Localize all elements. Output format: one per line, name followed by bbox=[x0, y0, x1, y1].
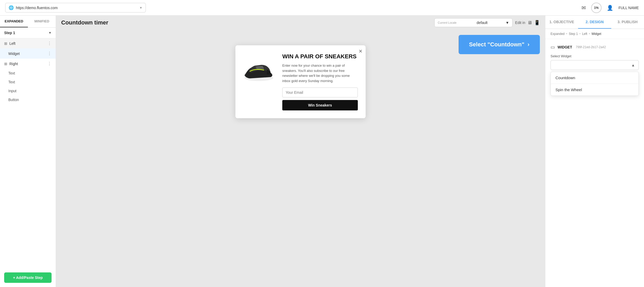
desktop-icon[interactable]: 🖥 bbox=[527, 20, 532, 26]
locale-label: Current Locale bbox=[438, 21, 457, 24]
locale-area: Current Locale default ▼ Edit in 🖥 📱 bbox=[434, 18, 540, 27]
sidebar-item-left[interactable]: ⊞ Left ⋮ bbox=[0, 38, 56, 48]
select-countdown-arrow-icon: › bbox=[528, 41, 529, 48]
widget-dropdown-chevron-icon: ▲ bbox=[631, 63, 635, 67]
locale-value: default bbox=[477, 21, 487, 25]
page-title: Countdown timer bbox=[61, 19, 108, 26]
widget-label: Widget bbox=[8, 52, 20, 56]
widget-dropdown-menu: Countdown Spin the Wheel bbox=[551, 72, 639, 96]
mail-icon[interactable]: ✉ bbox=[582, 5, 586, 11]
right-menu-icon[interactable]: ⋮ bbox=[47, 61, 52, 66]
step-label: Step 1 bbox=[4, 31, 15, 35]
sidebar-item-widget[interactable]: Widget ⋮ bbox=[0, 48, 56, 59]
tab-minified[interactable]: MINIFIED bbox=[28, 16, 56, 27]
top-bar-right: ✉ 1% 👤 FULL NAME bbox=[582, 3, 639, 13]
popup-win-button[interactable]: Win Sneakers bbox=[282, 100, 358, 110]
sidebar-item-right[interactable]: ⊞ Right ⋮ bbox=[0, 59, 56, 69]
dropdown-item-countdown[interactable]: Countdown bbox=[551, 72, 639, 84]
tab-objective[interactable]: 1. OBJECTIVE bbox=[545, 16, 578, 29]
breadcrumb-step: Step 1 bbox=[569, 32, 578, 36]
top-bar-left: 🌐 ▼ bbox=[5, 3, 146, 13]
shoe-illustration bbox=[242, 53, 276, 84]
select-countdown-button[interactable]: Select "Countdown" › bbox=[459, 35, 540, 54]
right-grid-icon: ⊞ bbox=[4, 62, 7, 66]
select-countdown-label: Select "Countdown" bbox=[469, 41, 524, 48]
step-chevron-icon: ▼ bbox=[48, 31, 52, 35]
popup-title: WIN A PAIR OF SNEAKERS bbox=[282, 53, 358, 60]
percent-badge: 1% bbox=[591, 3, 602, 13]
tab-design[interactable]: 2. DESIGN bbox=[578, 16, 611, 29]
canvas-area: Countdown timer Current Locale default ▼… bbox=[56, 16, 545, 287]
sidebar-item-input[interactable]: Input bbox=[0, 86, 56, 95]
locale-select[interactable]: Current Locale default ▼ bbox=[434, 18, 512, 27]
breadcrumb-widget: Widget bbox=[591, 32, 601, 36]
widget-menu-icon[interactable]: ⋮ bbox=[47, 51, 52, 56]
breadcrumb: Expanded • Step 1 • Left • Widget bbox=[545, 29, 644, 39]
popup-close-icon[interactable]: ✕ bbox=[359, 48, 362, 54]
globe-icon: 🌐 bbox=[9, 5, 14, 10]
url-chevron-icon: ▼ bbox=[139, 6, 142, 10]
sidebar-item-text1[interactable]: Text bbox=[0, 69, 56, 78]
select-widget-label: Select Widget bbox=[551, 54, 639, 58]
breadcrumb-left: Left bbox=[582, 32, 587, 36]
user-icon: 👤 bbox=[607, 5, 613, 11]
dropdown-item-spin[interactable]: Spin the Wheel bbox=[551, 84, 639, 96]
tab-expanded[interactable]: EXPANDED bbox=[0, 16, 28, 27]
popup-content: WIN A PAIR OF SNEAKERS Enter now for you… bbox=[282, 53, 358, 110]
url-input[interactable] bbox=[16, 6, 137, 10]
right-label: Right bbox=[9, 62, 18, 66]
add-step-button[interactable]: + Add/Paste Step bbox=[4, 272, 52, 283]
url-bar[interactable]: 🌐 ▼ bbox=[5, 3, 146, 13]
widget-dropdown-container: ▲ Countdown Spin the Wheel bbox=[551, 60, 639, 70]
left-grid-icon: ⊞ bbox=[4, 41, 7, 46]
canvas-toolbar: Countdown timer Current Locale default ▼… bbox=[56, 16, 545, 30]
mobile-icon[interactable]: 📱 bbox=[534, 20, 540, 26]
popup-email-input[interactable] bbox=[282, 88, 358, 97]
breadcrumb-sep-2: • bbox=[579, 32, 580, 36]
widget-header: ▭ WIDGET 799f-21ed-2b17-2a42 bbox=[551, 44, 639, 50]
breadcrumb-sep-1: • bbox=[566, 32, 567, 36]
left-label: Left bbox=[9, 41, 15, 46]
widget-dropdown-trigger[interactable]: ▲ bbox=[551, 60, 639, 70]
widget-id: 799f-21ed-2b17-2a42 bbox=[576, 45, 606, 49]
locale-chevron-icon: ▼ bbox=[505, 21, 509, 25]
sidebar-item-text2[interactable]: Text bbox=[0, 78, 56, 86]
top-bar: 🌐 ▼ ✉ 1% 👤 FULL NAME bbox=[0, 0, 644, 16]
sidebar: EXPANDED MINIFIED Step 1 ▼ ⊞ Left ⋮ Widg… bbox=[0, 16, 56, 287]
widget-icon: ▭ bbox=[551, 44, 555, 50]
sidebar-item-button[interactable]: Button bbox=[0, 95, 56, 104]
widget-section: ▭ WIDGET 799f-21ed-2b17-2a42 Select Widg… bbox=[545, 39, 644, 75]
right-panel-tabs: 1. OBJECTIVE 2. DESIGN 3. PUBLISH bbox=[545, 16, 644, 29]
sidebar-tabs: EXPANDED MINIFIED bbox=[0, 16, 56, 28]
breadcrumb-expanded: Expanded bbox=[551, 32, 565, 36]
popup-image bbox=[241, 53, 277, 84]
step-header[interactable]: Step 1 ▼ bbox=[0, 28, 56, 38]
widget-title-label: WIDGET bbox=[558, 45, 572, 49]
popup-description: Enter now for your chance to win a pair … bbox=[282, 63, 358, 83]
tab-publish[interactable]: 3. PUBLISH bbox=[611, 16, 644, 29]
right-panel: 1. OBJECTIVE 2. DESIGN 3. PUBLISH Expand… bbox=[545, 16, 644, 287]
edit-in-label: Edit in bbox=[515, 21, 525, 25]
left-menu-icon[interactable]: ⋮ bbox=[47, 41, 52, 46]
main-area: EXPANDED MINIFIED Step 1 ▼ ⊞ Left ⋮ Widg… bbox=[0, 16, 644, 287]
canvas-content: Select "Countdown" › ✕ bbox=[56, 30, 545, 287]
fullname-label: FULL NAME bbox=[618, 6, 639, 10]
popup-preview: ✕ bbox=[235, 45, 366, 118]
breadcrumb-sep-3: • bbox=[589, 32, 590, 36]
edit-in: Edit in 🖥 📱 bbox=[515, 20, 540, 26]
